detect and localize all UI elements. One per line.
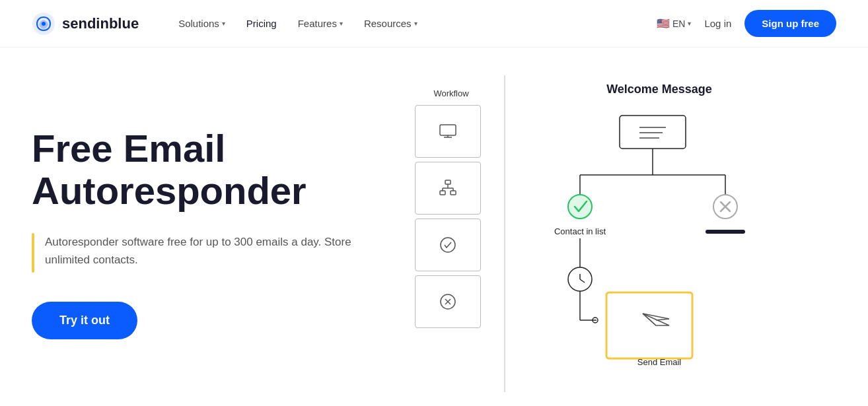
try-it-out-button[interactable]: Try it out — [32, 302, 137, 339]
svg-rect-16 — [620, 116, 686, 149]
workflow-items — [415, 105, 488, 328]
login-link[interactable]: Log in — [704, 18, 731, 29]
logo[interactable]: sendinblue — [32, 12, 139, 36]
workflow-item-x — [415, 275, 481, 328]
flowchart-svg: Contact in list — [521, 109, 785, 366]
network-icon — [437, 178, 458, 199]
nav-resources[interactable]: Resources ▾ — [364, 18, 417, 29]
nav-links: Solutions ▾ Pricing Features ▾ Resources… — [178, 18, 657, 29]
svg-text:Contact in list: Contact in list — [554, 226, 606, 236]
hero-illustration: Workflow — [375, 75, 836, 392]
logo-icon — [32, 12, 55, 36]
navbar: sendinblue Solutions ▾ Pricing Features … — [0, 0, 868, 48]
svg-rect-6 — [440, 191, 445, 195]
yellow-accent-bar — [32, 233, 34, 273]
nav-pricing[interactable]: Pricing — [246, 18, 277, 29]
svg-point-1 — [42, 22, 46, 26]
hero-desc-text: Autoresponder software free for up to 30… — [45, 233, 375, 273]
svg-rect-2 — [440, 125, 456, 135]
workflow-item-network — [415, 162, 481, 215]
divider-line — [504, 75, 505, 392]
nav-features[interactable]: Features ▾ — [298, 18, 343, 29]
chevron-down-icon: ▾ — [688, 20, 691, 27]
check-circle-icon — [437, 234, 458, 255]
welcome-title: Welcome Message — [521, 82, 798, 97]
chevron-down-icon: ▾ — [222, 20, 225, 27]
display-icon — [437, 121, 458, 142]
hero-text: Free Email Autoresponder Autoresponder s… — [32, 127, 375, 339]
welcome-panel: Welcome Message — [521, 82, 798, 367]
language-selector[interactable]: 🇺🇸 EN ▾ — [657, 17, 691, 30]
chevron-down-icon: ▾ — [340, 20, 343, 27]
x-circle-icon — [437, 291, 458, 312]
nav-right: 🇺🇸 EN ▾ Log in Sign up free — [657, 10, 836, 37]
workflow-item-display — [415, 105, 481, 158]
svg-point-25 — [568, 195, 592, 219]
logo-text: sendinblue — [62, 15, 139, 32]
workflow-panel: Workflow — [415, 88, 488, 328]
hero-title: Free Email Autoresponder — [32, 127, 375, 212]
workflow-item-check — [415, 219, 481, 271]
workflow-label: Workflow — [415, 88, 488, 98]
svg-line-34 — [580, 279, 585, 283]
nav-solutions[interactable]: Solutions ▾ — [178, 18, 225, 29]
svg-rect-5 — [445, 180, 451, 184]
hero-section: Free Email Autoresponder Autoresponder s… — [0, 48, 868, 406]
svg-rect-38 — [606, 292, 692, 358]
signup-button[interactable]: Sign up free — [744, 10, 836, 37]
flag-icon: 🇺🇸 — [657, 17, 670, 30]
lang-label: EN — [672, 18, 685, 29]
svg-rect-7 — [451, 191, 456, 195]
svg-rect-30 — [705, 230, 745, 234]
svg-point-12 — [441, 238, 455, 252]
chevron-down-icon: ▾ — [414, 20, 417, 27]
hero-description: Autoresponder software free for up to 30… — [32, 233, 375, 273]
